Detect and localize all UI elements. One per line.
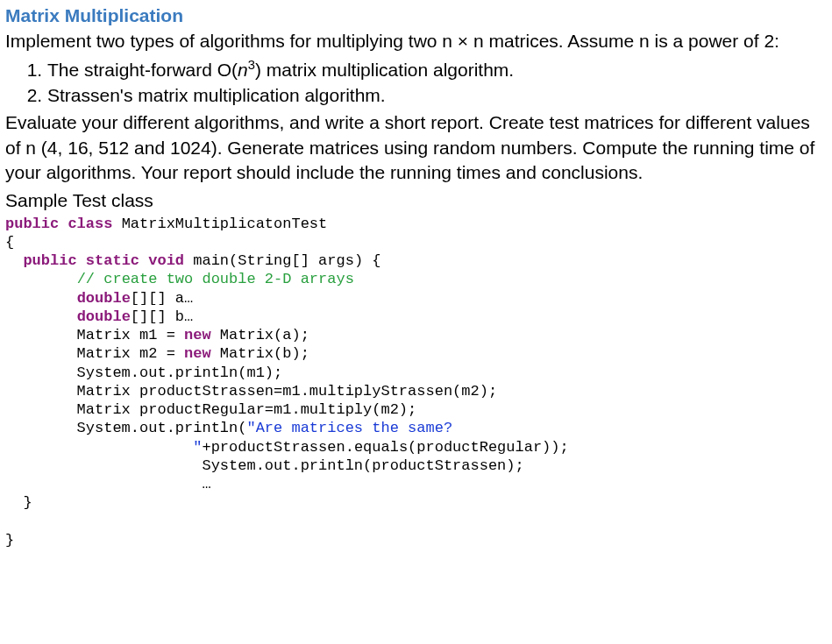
brace: { — [5, 234, 14, 251]
list-item: The straight-forward O(n3) matrix multip… — [47, 58, 827, 81]
code-line: Matrix m2 = — [5, 345, 184, 362]
string-literal: "Are matrices the same? — [246, 420, 452, 436]
code-line: System.out.println(m1); — [5, 364, 282, 381]
algorithm-list: The straight-forward O(n3) matrix multip… — [47, 58, 827, 108]
item-var: n — [238, 60, 248, 80]
ellipsis: … — [202, 476, 210, 492]
brace: } — [5, 532, 14, 548]
code-line: +productStrassen.equals(productRegular))… — [202, 439, 568, 456]
item-text: The straight-forward O( — [47, 60, 238, 80]
code-comment: // create two double 2-D arrays — [77, 271, 354, 287]
keyword-class: class — [68, 216, 112, 232]
evaluation-text: Evaluate your different algorithms, and … — [5, 110, 827, 185]
code-block: public class MatrixMultiplicatonTest { p… — [5, 215, 827, 550]
keyword-new: new — [184, 345, 211, 362]
code-line: Matrix m1 = — [5, 327, 184, 343]
string-indent — [5, 439, 193, 456]
keyword-double: double — [77, 308, 131, 325]
keyword-static: static — [86, 252, 139, 269]
class-name: MatrixMultiplicatonTest — [112, 216, 327, 232]
code-line: Matrix(a); — [211, 327, 309, 343]
code-line: System.out.println( — [5, 420, 246, 436]
array-decl: [][] b… — [131, 308, 193, 325]
indent — [5, 457, 202, 474]
array-decl: [][] a… — [131, 290, 193, 307]
code-line: Matrix productStrassen=m1.multiplyStrass… — [5, 383, 497, 400]
item-exp: 3 — [248, 58, 255, 72]
keyword-public: public — [5, 216, 59, 232]
keyword-public: public — [23, 252, 76, 269]
sample-test-label: Sample Test class — [5, 188, 827, 212]
keyword-void: void — [148, 252, 184, 269]
string-literal: " — [193, 439, 202, 456]
indent — [5, 308, 77, 325]
main-signature: main(String[] args) { — [184, 252, 380, 269]
intro-text: Implement two types of algorithms for mu… — [5, 29, 827, 53]
code-line: System.out.println(productStrassen); — [202, 457, 523, 474]
keyword-new: new — [184, 327, 211, 343]
indent — [5, 252, 23, 269]
brace: } — [5, 494, 32, 511]
document-title: Matrix Multiplication — [5, 4, 827, 27]
list-item: Strassen's matrix multiplication algorit… — [47, 83, 827, 107]
code-line: Matrix productRegular=m1.multiply(m2); — [5, 401, 416, 418]
item-text: ) matrix multiplication algorithm. — [255, 60, 514, 80]
code-line: Matrix(b); — [211, 345, 309, 362]
indent — [5, 290, 77, 307]
indent — [5, 271, 77, 287]
indent — [5, 476, 202, 492]
keyword-double: double — [77, 290, 131, 307]
